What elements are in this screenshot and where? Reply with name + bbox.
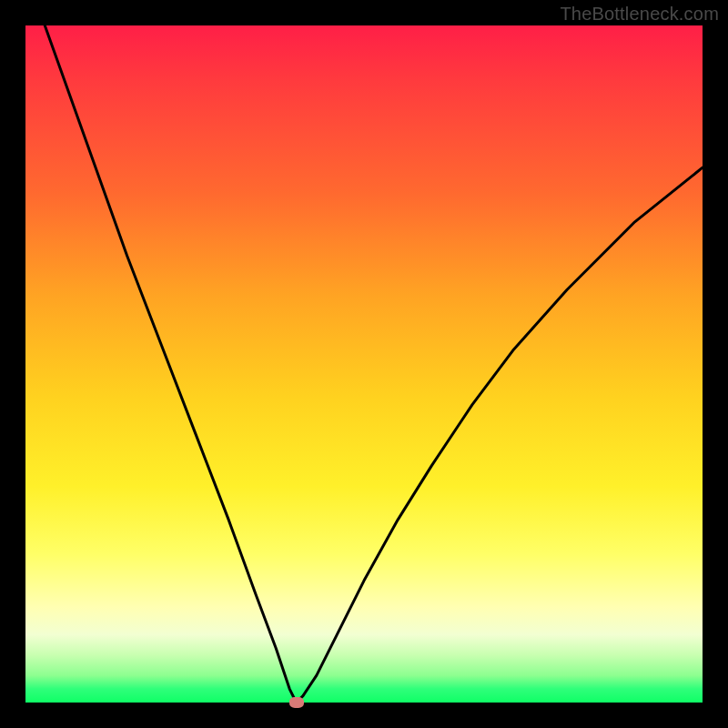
bottleneck-curve [25,25,703,703]
plot-area [25,25,703,703]
watermark-text: TheBottleneck.com [560,4,719,25]
chart-frame: TheBottleneck.com [0,0,728,728]
optimum-marker [289,697,304,708]
